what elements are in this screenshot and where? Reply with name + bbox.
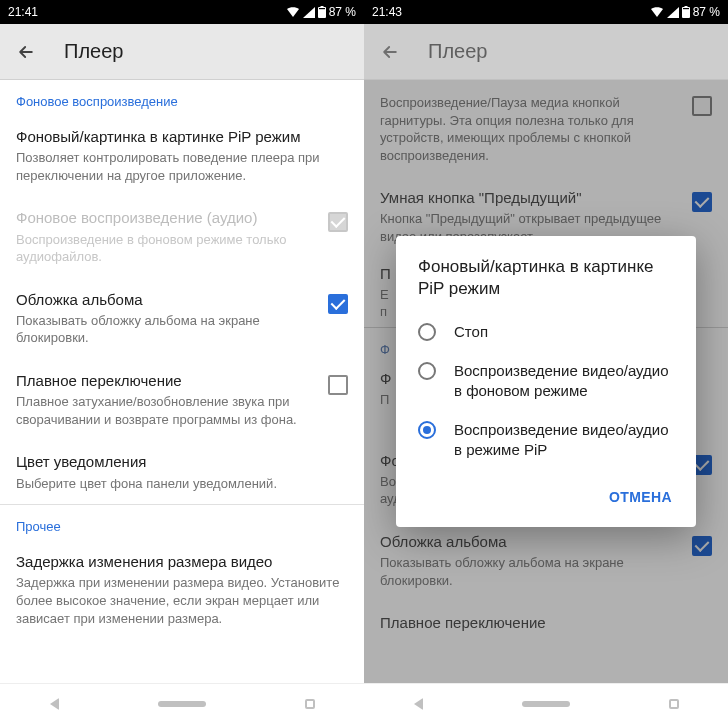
option-label: Стоп <box>454 322 488 342</box>
pip-mode-dialog: Фоновый/картинка в картинке PiP режим Ст… <box>396 236 696 528</box>
dialog-actions: ОТМЕНА <box>396 473 696 519</box>
battery-percent: 87 % <box>329 5 356 19</box>
pref-sub: Плавное затухание/возобновление звука пр… <box>16 393 318 428</box>
app-bar: Плеер <box>0 24 364 80</box>
pref-notification-color[interactable]: Цвет уведомления Выберите цвет фона пане… <box>0 440 364 504</box>
section-header-background: Фоновое воспроизведение <box>0 80 364 115</box>
pref-sub: Позволяет контролировать поведение плеер… <box>16 149 348 184</box>
back-arrow-icon[interactable] <box>16 42 36 62</box>
status-icons: 87 % <box>650 5 720 19</box>
svg-rect-1 <box>320 6 323 8</box>
nav-recents-icon[interactable] <box>669 699 679 709</box>
cancel-button[interactable]: ОТМЕНА <box>599 481 682 513</box>
wifi-icon <box>286 7 300 18</box>
battery-icon <box>318 6 326 18</box>
app-bar: Плеер <box>364 24 728 80</box>
pref-title: Обложка альбома <box>16 290 318 310</box>
status-time: 21:41 <box>8 5 38 19</box>
battery-percent: 87 % <box>693 5 720 19</box>
status-time: 21:43 <box>372 5 402 19</box>
nav-back-icon[interactable] <box>50 698 59 710</box>
nav-recents-icon[interactable] <box>305 699 315 709</box>
settings-content: Фоновое воспроизведение Фоновый/картинка… <box>0 80 364 683</box>
status-bar: 21:41 87 % <box>0 0 364 24</box>
pref-album-cover[interactable]: Обложка альбома Показывать обложку альбо… <box>0 278 364 359</box>
section-header-other: Прочее <box>0 505 364 540</box>
radio-icon <box>418 323 436 341</box>
nav-back-icon[interactable] <box>414 698 423 710</box>
pref-pip-mode[interactable]: Фоновый/картинка в картинке PiP режим По… <box>0 115 364 196</box>
checkbox-icon <box>328 212 348 232</box>
checkbox-icon[interactable] <box>328 294 348 314</box>
svg-rect-5 <box>683 8 689 9</box>
checkbox-icon[interactable] <box>328 375 348 395</box>
pref-resize-delay[interactable]: Задержка изменения размера видео Задержк… <box>0 540 364 639</box>
status-bar: 21:43 87 % <box>364 0 728 24</box>
navigation-bar <box>0 683 364 727</box>
pref-sub: Воспроизведение в фоновом режиме только … <box>16 231 318 266</box>
battery-icon <box>682 6 690 18</box>
svg-rect-4 <box>684 6 687 8</box>
pref-bg-audio: Фоновое воспроизведение (аудио) Воспроиз… <box>0 196 364 277</box>
dialog-option-stop[interactable]: Стоп <box>396 312 696 352</box>
settings-content: Воспроизведение/Пауза медиа кнопкой гарн… <box>364 80 728 683</box>
radio-icon <box>418 362 436 380</box>
option-label: Воспроизведение видео/аудио в фоновом ре… <box>454 361 674 400</box>
option-label: Воспроизведение видео/аудио в режиме PiP <box>454 420 674 459</box>
dialog-container: Фоновый/картинка в картинке PiP режим Ст… <box>364 80 728 683</box>
dialog-option-background[interactable]: Воспроизведение видео/аудио в фоновом ре… <box>396 351 696 410</box>
nav-home-icon[interactable] <box>158 701 206 707</box>
wifi-icon <box>650 7 664 18</box>
pref-title: Плавное переключение <box>16 371 318 391</box>
pref-smooth-switch[interactable]: Плавное переключение Плавное затухание/в… <box>0 359 364 440</box>
status-icons: 87 % <box>286 5 356 19</box>
navigation-bar <box>364 683 728 727</box>
app-title: Плеер <box>428 40 487 63</box>
pref-sub: Выберите цвет фона панели уведомлений. <box>16 475 348 493</box>
pref-sub: Задержка при изменении размера видео. Ус… <box>16 574 348 627</box>
screen-right: 21:43 87 % Плеер Воспроизведение/Пауза м… <box>364 0 728 727</box>
svg-rect-2 <box>319 8 325 9</box>
nav-home-icon[interactable] <box>522 701 570 707</box>
pref-title: Цвет уведомления <box>16 452 348 472</box>
screen-left: 21:41 87 % Плеер Фоновое воспроизведение… <box>0 0 364 727</box>
app-title: Плеер <box>64 40 123 63</box>
pref-title: Фоновый/картинка в картинке PiP режим <box>16 127 348 147</box>
pref-sub: Показывать обложку альбома на экране бло… <box>16 312 318 347</box>
back-arrow-icon <box>380 42 400 62</box>
dialog-options: Стоп Воспроизведение видео/аудио в фонов… <box>396 308 696 474</box>
dialog-option-pip[interactable]: Воспроизведение видео/аудио в режиме PiP <box>396 410 696 469</box>
pref-title: Фоновое воспроизведение (аудио) <box>16 208 318 228</box>
radio-icon <box>418 421 436 439</box>
signal-icon <box>667 7 679 18</box>
signal-icon <box>303 7 315 18</box>
pref-title: Задержка изменения размера видео <box>16 552 348 572</box>
dialog-title: Фоновый/картинка в картинке PiP режим <box>396 256 696 308</box>
